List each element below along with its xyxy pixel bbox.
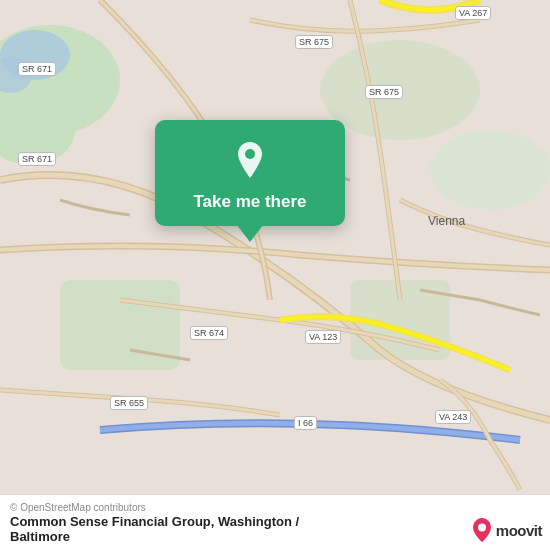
location-pin-icon — [228, 138, 272, 182]
map-container: SR 671 SR 671 SR 675 SR 675 VA 267 SR 67… — [0, 0, 550, 550]
road-label-sr655: SR 655 — [110, 396, 148, 410]
copyright-text: © OpenStreetMap contributors — [10, 502, 146, 513]
moovit-logo: moovit — [472, 518, 542, 542]
road-label-va243: VA 243 — [435, 410, 471, 424]
location-name-2: Baltimore — [10, 529, 299, 544]
road-label-va267: VA 267 — [455, 6, 491, 20]
copyright-line: © OpenStreetMap contributors — [10, 502, 540, 513]
svg-point-10 — [478, 524, 486, 532]
location-name: Common Sense Financial Group, Washington… — [10, 514, 299, 529]
road-label-sr671-2: SR 671 — [18, 152, 56, 166]
moovit-text-label: moovit — [496, 522, 542, 539]
road-label-i66: I 66 — [294, 416, 317, 430]
svg-point-9 — [245, 149, 255, 159]
take-me-there-card[interactable]: Take me there — [155, 120, 345, 226]
city-label-vienna: Vienna — [428, 214, 465, 228]
bottom-bar: © OpenStreetMap contributors Common Sens… — [0, 494, 550, 550]
svg-point-5 — [430, 130, 550, 210]
moovit-pin-icon — [472, 518, 492, 542]
road-label-sr675-1: SR 675 — [295, 35, 333, 49]
road-label-va123: VA 123 — [305, 330, 341, 344]
map-background — [0, 0, 550, 550]
road-label-sr675-2: SR 675 — [365, 85, 403, 99]
take-me-there-label: Take me there — [193, 192, 306, 212]
road-label-sr674: SR 674 — [190, 326, 228, 340]
road-label-sr671-1: SR 671 — [18, 62, 56, 76]
